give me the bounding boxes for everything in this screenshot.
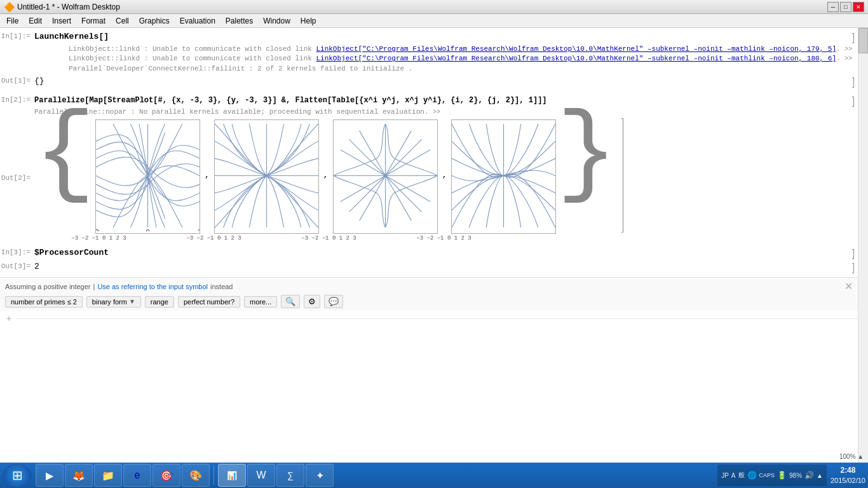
in2-code: Parallelize[Map[StreamPlot[#, {x, -3, 3}… [34, 96, 547, 105]
in3-content: $ProcessorCount [34, 248, 848, 257]
notebook-main[interactable]: In[1]:= LaunchKernels[] LinkObject::link… [0, 28, 858, 463]
plot-x-labels: −3 −2 −1 0 1 2 3 −3 −2 −1 0 1 2 3 −3 −2 … [47, 235, 858, 241]
start-button[interactable]: ⊞ [3, 464, 32, 487]
caps-lock: CAPS [759, 472, 775, 478]
new-cell-plus[interactable]: + [6, 313, 11, 323]
menu-window[interactable]: Window [258, 14, 295, 28]
out1-bracket-area [848, 76, 858, 88]
app-container: 🔶 Untitled-1 * - Wolfram Desktop ─ □ ✕ F… [0, 0, 868, 488]
taskbar-app5[interactable]: 🎨 [182, 464, 210, 487]
plot-4 [451, 119, 556, 234]
stream-plot-1: 0 -3 3 0 3 -3 [96, 120, 200, 231]
in3-bracket [852, 249, 854, 259]
title-controls: ─ □ ✕ [827, 2, 864, 12]
out2-row: Out[2]= { [0, 117, 858, 234]
cell-out1: Out[1]= {} [0, 75, 858, 89]
maximize-button[interactable]: □ [840, 2, 851, 12]
suggestion-header: Assuming a positive integer | Use as ref… [5, 280, 853, 292]
suggest-primes-button[interactable]: number of primes ≤ 2 [5, 296, 83, 308]
msg-3: Parallel`Developer`ConnectKernel::failin… [69, 64, 858, 74]
stream-plot-3 [334, 120, 437, 231]
msg-link-1[interactable]: LinkObject["C:\Program Files\Wolfram Res… [316, 45, 836, 53]
menu-graphics[interactable]: Graphics [134, 14, 175, 28]
suggestion-link-text: Use as referring to the input symbol [97, 283, 208, 290]
app-icon: 🔶 [4, 2, 15, 12]
plot-comma-1: , [205, 170, 210, 180]
menu-evaluation[interactable]: Evaluation [175, 14, 220, 28]
menu-insert[interactable]: Insert [47, 14, 76, 28]
out1-bracket [852, 78, 854, 88]
show-hidden[interactable]: ▲ [817, 472, 823, 479]
sys-tray: JP A 般 🌐 CAPS 🔋 98% 🔊 ▲ [717, 464, 827, 486]
assuming-label: Assuming a positive integer [5, 283, 91, 290]
menu-help[interactable]: Help [295, 14, 322, 28]
msg-2: LinkObject::linkd : Unable to communicat… [69, 54, 858, 64]
plot-1: 0 -3 3 0 3 -3 [95, 119, 200, 234]
menu-format[interactable]: Format [76, 14, 111, 28]
title-text: Untitled-1 * - Wolfram Desktop [17, 3, 120, 11]
in1-bracket-area [848, 32, 858, 43]
scrollbar-thumb[interactable] [858, 28, 868, 53]
taskbar-math[interactable]: ∑ [276, 464, 304, 487]
out2-bracket-area [617, 117, 627, 233]
plot-2 [214, 119, 319, 234]
suggestion-link[interactable]: Use as referring to the input symbol [97, 283, 208, 290]
taskbar-explorer[interactable]: 📁 [94, 464, 122, 487]
out3-value: 2 [34, 262, 39, 271]
suggestion-buttons: number of primes ≤ 2 binary form ▼ range… [5, 295, 853, 308]
close-button[interactable]: ✕ [853, 2, 864, 12]
in1-label: In[1]:= [0, 32, 34, 40]
in3-label: In[3]:= [0, 248, 34, 256]
in1-code: LaunchKernels[] [34, 32, 109, 41]
taskbar-right: JP A 般 🌐 CAPS 🔋 98% 🔊 ▲ 2:48 2015/02/10 [717, 464, 865, 486]
cell-in1: In[1]:= LaunchKernels[] [0, 30, 858, 44]
suggest-perfect-button[interactable]: perfect number? [178, 296, 240, 308]
network-icon: 🌐 [747, 471, 757, 480]
suggestion-link-suffix: instead [210, 283, 233, 290]
suggest-chat-button[interactable]: 💬 [324, 295, 343, 308]
ime-a: A [731, 472, 736, 479]
battery-percent: 98% [789, 472, 802, 479]
minimize-button[interactable]: ─ [827, 2, 839, 12]
taskbar-sep-1 [214, 466, 214, 485]
notebook-wrapper: In[1]:= LaunchKernels[] LinkObject::link… [0, 28, 868, 463]
taskbar-ie[interactable]: e [123, 464, 151, 487]
menu-palettes[interactable]: Palettes [220, 14, 258, 28]
msg-link-2[interactable]: LinkObject["C:\Program Files\Wolfram Res… [316, 55, 836, 62]
out3-label: Out[3]= [0, 262, 34, 270]
menu-bar: File Edit Insert Format Cell Graphics Ev… [0, 14, 868, 28]
plot-3 [333, 119, 438, 234]
in1-content: LaunchKernels[] [34, 32, 848, 41]
new-cell-area[interactable]: + [0, 311, 858, 323]
suggest-wolfram-button[interactable]: 🔍 [281, 295, 300, 308]
menu-cell[interactable]: Cell [111, 14, 134, 28]
out3-content: 2 [34, 262, 848, 271]
in2-label: In[2]:= [0, 95, 34, 104]
volume-icon: 🔊 [804, 471, 814, 480]
out2-bracket [621, 118, 623, 233]
title-bar: 🔶 Untitled-1 * - Wolfram Desktop ─ □ ✕ [0, 0, 868, 14]
clock-time: 2:48 [831, 466, 865, 476]
taskbar-media[interactable]: ▶ [36, 464, 64, 487]
taskbar-star[interactable]: ✦ [306, 464, 334, 487]
svg-text:3: 3 [198, 228, 200, 231]
suggest-settings-button[interactable]: ⚙ [304, 295, 320, 308]
taskbar-firefox[interactable]: 🦊 [65, 464, 93, 487]
svg-text:0: 0 [146, 228, 149, 231]
in3-bracket-area [848, 248, 858, 259]
menu-file[interactable]: File [1, 14, 24, 28]
menu-edit[interactable]: Edit [24, 14, 47, 28]
lang-indicator: JP [721, 472, 729, 479]
clock[interactable]: 2:48 2015/02/10 [831, 466, 865, 485]
suggest-binary-button[interactable]: binary form ▼ [86, 296, 141, 308]
out1-value: {} [34, 76, 44, 86]
suggestion-dismiss[interactable]: ✕ [844, 280, 853, 292]
suggest-more-button[interactable]: more... [244, 296, 277, 308]
taskbar-wolfram[interactable]: 📊 [218, 464, 246, 487]
scrollbar-track[interactable]: 100% ▲ [858, 28, 868, 463]
suggest-range-button[interactable]: range [145, 296, 174, 308]
taskbar-app4[interactable]: 🎯 [153, 464, 180, 487]
suggestion-bar: Assuming a positive integer | Use as ref… [0, 277, 858, 311]
taskbar-word[interactable]: W [247, 464, 275, 487]
cell-in2: In[2]:= Parallelize[Map[StreamPlot[#, {x… [0, 94, 858, 108]
